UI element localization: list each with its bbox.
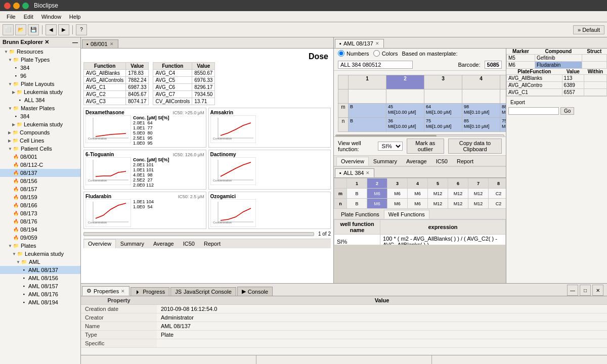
sidebar-item-plate-layouts[interactable]: ▼ 📁 Plate Layouts	[0, 80, 80, 88]
tab-close-aml[interactable]: ✕	[375, 41, 379, 46]
sidebar-item-aml-08194[interactable]: ▪ AML 08/194	[0, 298, 80, 306]
tab-08001[interactable]: ▪ 08/001 ✕	[82, 39, 118, 48]
sidebar-item-compounds[interactable]: ▶ 📁 Compounds	[0, 128, 80, 136]
horizontal-scrollbar[interactable]	[83, 232, 314, 236]
window-controls[interactable]	[4, 3, 29, 9]
maximize-button[interactable]	[22, 3, 29, 9]
cell[interactable]: C2	[489, 199, 506, 209]
sidebar-item-384mp[interactable]: ▪ 384	[0, 112, 80, 120]
menu-edit[interactable]: Edit	[20, 13, 37, 21]
colors-radio[interactable]	[373, 50, 380, 57]
cell-empty-4[interactable]	[462, 89, 500, 104]
bottom-maximize[interactable]: □	[580, 285, 591, 296]
sidebar-item-plates[interactable]: ▼ 📁 Plates	[0, 242, 80, 250]
toolbar-back[interactable]: ◀	[46, 24, 57, 35]
cell[interactable]: M12	[428, 189, 448, 199]
sidebar-minimize[interactable]: —	[72, 39, 78, 46]
cell-m-2[interactable]: 45M6[10.00 μM]	[386, 104, 424, 118]
sidebar-item-pc-08194[interactable]: 🔥 08/194	[0, 225, 80, 234]
cell[interactable]: M12	[468, 189, 489, 199]
cell-empty-5[interactable]	[500, 89, 506, 104]
sidebar-item-pc-08173[interactable]: 🔥 08/173	[0, 209, 80, 217]
export-input[interactable]	[508, 107, 559, 115]
sidebar-item-384[interactable]: ▪ 384	[0, 64, 80, 72]
plate-h-scrollbar[interactable]	[335, 134, 504, 136]
sidebar-item-leukemia-pl[interactable]: ▶ 📁 Leukemia study	[0, 88, 80, 96]
tab-aml-average[interactable]: Average	[402, 157, 431, 166]
sidebar-item-resources[interactable]: ▼ 📁 Resources	[0, 48, 80, 56]
compound-value[interactable]: Gefitinib	[535, 55, 582, 62]
menu-help[interactable]: Help	[65, 13, 85, 21]
default-button[interactable]: » Default	[573, 25, 604, 34]
sidebar-item-aml-08156[interactable]: ▪ AML 08/156	[0, 274, 80, 282]
sidebar-item-aml-08176[interactable]: ▪ AML 08/176	[0, 290, 80, 298]
sidebar-item-pc-08157[interactable]: 🔥 08/157	[0, 185, 80, 193]
well-function-select[interactable]: SI%	[378, 142, 403, 151]
cell[interactable]: C2	[489, 189, 506, 199]
compound-value[interactable]: Fludarabin	[535, 62, 582, 69]
sidebar-item-all384[interactable]: ▪ ALL 384	[0, 96, 80, 104]
sidebar-item-pc-08159[interactable]: 🔥 08/159	[0, 193, 80, 201]
tab-aml-ic50[interactable]: IC50	[431, 157, 452, 166]
struct-value[interactable]	[582, 55, 606, 62]
cell[interactable]: M6	[367, 189, 387, 199]
tab-well-functions[interactable]: Well Functions	[384, 210, 429, 219]
cell-n-2[interactable]: 36M6[10.00 μM]	[386, 118, 424, 132]
sidebar-item-patient-cells[interactable]: ▼ 📁 Patient Cells	[0, 145, 80, 153]
sidebar-item-96[interactable]: ▪ 96	[0, 72, 80, 80]
go-button[interactable]: Go	[560, 107, 574, 115]
tab-summary[interactable]: Summary	[116, 239, 149, 248]
cell-empty-1[interactable]	[349, 89, 386, 104]
cell-n-3[interactable]: 75M6[1.00 μM]	[424, 118, 462, 132]
pf-name[interactable]: AVG_AllContro	[507, 82, 562, 89]
sidebar-item-aml-08137[interactable]: ▪ AML 08/137	[0, 266, 80, 274]
tab-ic50[interactable]: IC50	[179, 239, 199, 248]
close-button[interactable]	[4, 3, 11, 9]
sidebar-item-plate-types[interactable]: ▼ 📁 Plate Types	[0, 56, 80, 64]
all384-tab-close[interactable]: ✕	[366, 170, 370, 175]
tab-plate-functions[interactable]: Plate Functions	[336, 210, 384, 219]
cell[interactable]: M12	[428, 199, 448, 209]
cell[interactable]: M6	[387, 199, 408, 209]
menu-file[interactable]: File	[3, 13, 20, 21]
cell-m-5[interactable]: 88M12[10.0...	[500, 104, 506, 118]
pf-name[interactable]: AVG_AllBlanks	[507, 75, 562, 82]
marker-value[interactable]: M6	[507, 62, 535, 69]
cell-n-5[interactable]: 75M12[10.0...	[500, 118, 506, 132]
cell[interactable]: B	[347, 199, 367, 209]
minimize-button[interactable]	[13, 3, 20, 9]
cell[interactable]: M6	[408, 189, 428, 199]
cell[interactable]: M12	[468, 199, 489, 209]
sidebar-item-pc-08166[interactable]: 🔥 08/166	[0, 201, 80, 209]
sidebar-item-pc-09059[interactable]: 🔥 09/059	[0, 234, 80, 242]
cell[interactable]: M12	[448, 199, 468, 209]
cell-n-4[interactable]: 85M6[0.10 μM]	[462, 118, 500, 132]
cell[interactable]: M6	[367, 199, 387, 209]
struct-value[interactable]	[582, 62, 606, 69]
bottom-close[interactable]: ✕	[592, 285, 603, 296]
tab-aml-overview[interactable]: Overview	[336, 157, 369, 166]
mark-outlier-button[interactable]: Mark as outlier	[407, 139, 444, 154]
tab-properties[interactable]: ⚙ Properties ✕	[82, 286, 129, 296]
tab-aml-report[interactable]: Report	[452, 157, 478, 166]
sidebar-item-plates-aml[interactable]: ▼ 📁 AML	[0, 258, 80, 266]
sidebar-item-pc-08112c[interactable]: 🔥 08/112-C	[0, 161, 80, 169]
sidebar-item-plates-leukemia[interactable]: ▼ 📁 Leukemia study	[0, 250, 80, 258]
tab-report[interactable]: Report	[199, 239, 225, 248]
sidebar-item-cell-lines[interactable]: ▶ 📁 Cell Lines	[0, 136, 80, 145]
tab-all384[interactable]: ▪ ALL 384 ✕	[335, 168, 374, 177]
sidebar-item-pc-08001[interactable]: 🔥 08/001	[0, 153, 80, 161]
cell[interactable]: M12	[448, 189, 468, 199]
cell-empty-3[interactable]	[424, 89, 462, 104]
toolbar-help[interactable]: ?	[76, 24, 87, 35]
cell-m-3[interactable]: 64M6[1.00 μM]	[424, 104, 462, 118]
properties-tab-close[interactable]: ✕	[121, 289, 125, 294]
copy-clipboard-button[interactable]: Copy data to Clipboard	[448, 139, 502, 154]
toolbar-open[interactable]: 📂	[15, 24, 26, 35]
tab-console[interactable]: ▶ Console	[237, 287, 273, 296]
toolbar-new[interactable]: ⬜	[3, 24, 14, 35]
cell-m-4[interactable]: 98M6[0.10 μM]	[462, 104, 500, 118]
toolbar-save[interactable]: 💾	[28, 24, 39, 35]
tab-js-console[interactable]: JS JavaScript Console	[170, 287, 236, 296]
cell[interactable]: M6	[387, 189, 408, 199]
